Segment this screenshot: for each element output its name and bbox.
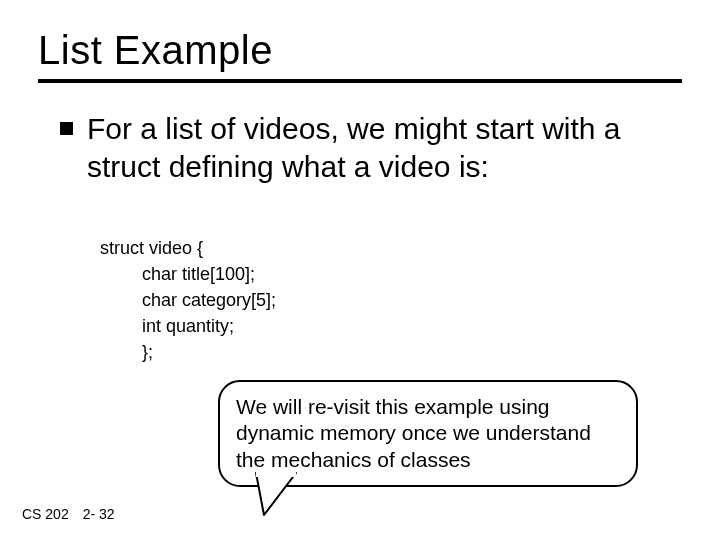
code-block: struct video { char title[100]; char cat… <box>100 235 276 365</box>
code-line: int quantity; <box>100 313 276 339</box>
slide-title-block: List Example <box>38 28 682 83</box>
slide: List Example For a list of videos, we mi… <box>0 0 720 540</box>
slide-body: For a list of videos, we might start wit… <box>60 110 670 185</box>
code-line: char category[5]; <box>100 287 276 313</box>
callout: We will re-visit this example using dyna… <box>218 380 638 487</box>
code-line: }; <box>100 339 276 365</box>
bullet-icon <box>60 122 73 135</box>
bullet-text: For a list of videos, we might start wit… <box>87 110 670 185</box>
bullet-item: For a list of videos, we might start wit… <box>60 110 670 185</box>
slide-title: List Example <box>38 28 682 73</box>
callout-text: We will re-visit this example using dyna… <box>218 380 638 487</box>
title-underline <box>38 79 682 83</box>
footer-course: CS 202 <box>22 506 69 522</box>
code-line: struct video { <box>100 235 276 261</box>
footer-page: 2- 32 <box>83 506 115 522</box>
code-line: char title[100]; <box>100 261 276 287</box>
slide-footer: CS 2022- 32 <box>22 506 115 522</box>
